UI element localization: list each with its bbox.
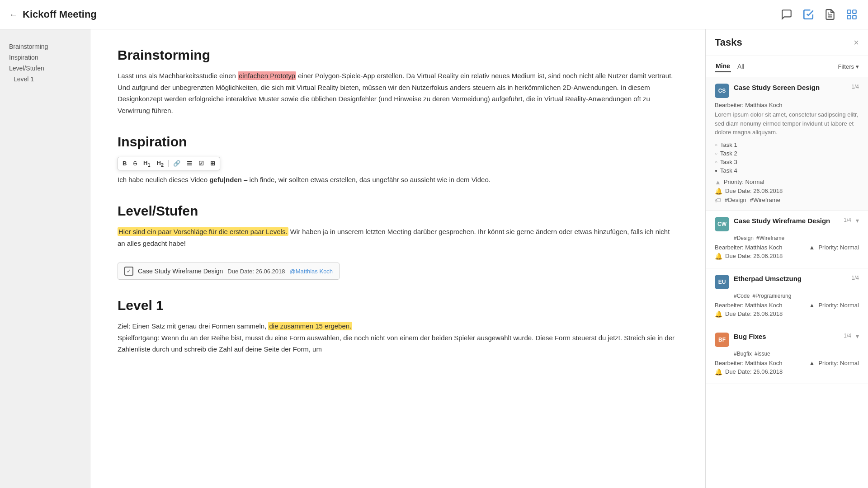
checklist-item-2: Task 2 bbox=[715, 150, 859, 157]
task-card-1-name: Case Study Screen Design bbox=[734, 84, 847, 91]
format-grid-btn[interactable]: ⊞ bbox=[208, 159, 217, 168]
task-due-row-4: 🔔 Due Date: 26.06.2018 bbox=[715, 368, 859, 375]
toc-item-brainstorming[interactable]: Brainstorming bbox=[9, 43, 81, 50]
due-icon-4: 🔔 bbox=[715, 368, 722, 375]
inline-task-due: Due Date: 26.06.2018 bbox=[227, 268, 285, 275]
task-avatar-3: EU bbox=[715, 275, 729, 289]
format-link-btn[interactable]: 🔗 bbox=[171, 159, 182, 168]
task-count-1: 1/4 bbox=[851, 84, 859, 90]
task-check-icon: ✓ bbox=[124, 267, 133, 276]
format-h2-btn[interactable]: H2 bbox=[155, 159, 165, 169]
format-h1-btn[interactable]: H1 bbox=[142, 159, 152, 169]
filter-tab-mine[interactable]: Mine bbox=[715, 61, 731, 72]
inspiration-text: Ich habe neulich dieses Video gefu|nden … bbox=[118, 174, 678, 186]
expand-icon-2[interactable]: ▾ bbox=[856, 217, 859, 224]
task-due-row-3: 🔔 Due Date: 26.06.2018 bbox=[715, 310, 859, 318]
toolbar-divider bbox=[168, 160, 169, 167]
bold-text-gefunden: gefu|nden bbox=[209, 176, 242, 183]
section-title-level1: Level 1 bbox=[118, 298, 678, 313]
filters-label: Filters bbox=[838, 63, 854, 70]
task-checklist-1: Task 1 Task 2 Task 3 Task 4 bbox=[715, 141, 859, 174]
toc-item-level1[interactable]: Level 1 bbox=[9, 75, 81, 83]
svg-rect-4 bbox=[847, 15, 851, 19]
tag-wireframe-2: Wireframe bbox=[756, 235, 784, 241]
priority-2: Priority: Normal bbox=[818, 244, 859, 251]
priority-arrow-4: ▲ bbox=[809, 360, 815, 366]
toc-item-levelstufen[interactable]: Level/Stufen bbox=[9, 65, 81, 72]
inline-task-assignee: @Matthias Koch bbox=[290, 268, 333, 275]
task-hashtag-row-1: 🏷 #Design #Wireframe bbox=[715, 197, 859, 204]
tasks-panel: Tasks × Mine All Filters ▾ CS Case Study… bbox=[705, 29, 868, 488]
priority-3: Priority: Normal bbox=[818, 302, 859, 309]
task-card-3-name: Etherpad Umsetzung bbox=[734, 275, 847, 282]
highlight-yellow-vorschlaege: Hier sind ein paar Vorschläge für die er… bbox=[118, 227, 288, 236]
level1-text: Ziel: Einen Satz mit genau drei Formen s… bbox=[118, 320, 678, 355]
format-strikethrough-btn[interactable]: S bbox=[131, 159, 139, 168]
task-tags-4: Bugfix issue bbox=[715, 351, 859, 357]
priority-arrow-2: ▲ bbox=[809, 244, 815, 251]
section-title-inspiration: Inspiration bbox=[118, 134, 678, 150]
section-title-brainstorming: Brainstorming bbox=[118, 47, 678, 63]
back-button[interactable]: ← bbox=[9, 9, 18, 20]
document-icon[interactable] bbox=[823, 7, 837, 22]
tasks-panel-header: Tasks × bbox=[706, 29, 868, 56]
tag-programierung-3: Programierung bbox=[752, 293, 791, 299]
tasks-icon[interactable] bbox=[801, 7, 816, 22]
task-card-3-top: EU Etherpad Umsetzung 1/4 bbox=[715, 275, 859, 289]
content-area: Brainstorming Lasst uns als Machbarkeits… bbox=[90, 29, 705, 488]
due-label-4: Due Date: 26.06.2018 bbox=[725, 368, 783, 375]
task-card-3: EU Etherpad Umsetzung 1/4 Code Programie… bbox=[706, 268, 868, 326]
task-description-1: Lorem ipsum dolor sit amet, consetetur s… bbox=[715, 110, 859, 137]
chat-icon[interactable] bbox=[779, 7, 794, 22]
assignee-label-1: Bearbeiter: bbox=[715, 102, 745, 108]
task-card-1-top: CS Case Study Screen Design 1/4 bbox=[715, 84, 859, 98]
task-card-4-name: Bug Fixes bbox=[734, 333, 839, 340]
priority-arrow-3: ▲ bbox=[809, 302, 815, 309]
checklist-item-1: Task 1 bbox=[715, 141, 859, 148]
task-card-4: BF Bug Fixes 1/4 ▾ Bugfix issue Bearbeit… bbox=[706, 326, 868, 384]
header-icons bbox=[779, 7, 859, 22]
inline-task-name: Case Study Wireframe Design bbox=[138, 267, 223, 275]
task-meta-3: Bearbeiter: Matthias Koch ▲ Priority: No… bbox=[715, 302, 859, 309]
due-label-1: Due Date: 26.06.2018 bbox=[725, 188, 783, 194]
task-due-row-1: 🔔 Due Date: 26.06.2018 bbox=[715, 188, 859, 195]
task-count-2: 1/4 bbox=[844, 217, 851, 223]
task-due-row-2: 🔔 Due Date: 26.06.2018 bbox=[715, 253, 859, 260]
assignee-name-1: Matthias Koch bbox=[745, 102, 782, 108]
close-tasks-panel-btn[interactable]: × bbox=[854, 38, 859, 47]
format-bold-btn[interactable]: B bbox=[121, 159, 128, 168]
task-avatar-2: CW bbox=[715, 217, 729, 231]
task-card-2: CW Case Study Wireframe Design 1/4 ▾ Des… bbox=[706, 211, 868, 268]
tasks-panel-title: Tasks bbox=[715, 37, 742, 48]
expand-icon-4[interactable]: ▾ bbox=[856, 333, 859, 340]
tag-bugfix-4: Bugfix bbox=[734, 351, 752, 357]
task-tags-2: Design Wireframe bbox=[715, 235, 859, 241]
section-title-levelstufen: Level/Stufen bbox=[118, 203, 678, 219]
priority-label-1: Priority: Normal bbox=[724, 178, 764, 185]
priority-icon-1: ▲ bbox=[715, 178, 721, 186]
due-label-2: Due Date: 26.06.2018 bbox=[725, 253, 783, 259]
tasks-filter-bar: Mine All Filters ▾ bbox=[706, 56, 868, 77]
filter-tab-all[interactable]: All bbox=[736, 61, 745, 72]
app-header: ← Kickoff Meeting bbox=[0, 0, 868, 29]
due-label-3: Due Date: 26.06.2018 bbox=[725, 310, 783, 317]
svg-rect-2 bbox=[847, 10, 851, 14]
task-avatar-1: CS bbox=[715, 84, 729, 98]
format-toolbar: B S H1 H2 🔗 ☰ ☑ ⊞ bbox=[118, 157, 220, 170]
app-grid-icon[interactable] bbox=[844, 7, 859, 22]
task-card-4-top: BF Bug Fixes 1/4 ▾ bbox=[715, 333, 859, 347]
due-icon-3: 🔔 bbox=[715, 310, 722, 318]
format-check-btn[interactable]: ☑ bbox=[197, 159, 206, 168]
format-list-btn[interactable]: ☰ bbox=[185, 159, 194, 168]
inline-task-card[interactable]: ✓ Case Study Wireframe Design Due Date: … bbox=[118, 263, 340, 280]
header-left: ← Kickoff Meeting bbox=[9, 9, 97, 20]
tag-wireframe-1: #Wireframe bbox=[750, 197, 780, 203]
tag-design-2: Design bbox=[734, 235, 754, 241]
highlight-pink-prototyp: einfachen Prototyp bbox=[238, 71, 296, 80]
highlight-yellow-ergeben: die zusammen 15 ergeben. bbox=[268, 322, 352, 330]
main-layout: Brainstorming Inspiration Level/Stufen L… bbox=[0, 29, 868, 488]
toc-item-inspiration[interactable]: Inspiration bbox=[9, 54, 81, 61]
filter-button[interactable]: Filters ▾ bbox=[838, 63, 859, 70]
task-avatar-4: BF bbox=[715, 333, 729, 347]
due-icon-1: 🔔 bbox=[715, 188, 722, 195]
